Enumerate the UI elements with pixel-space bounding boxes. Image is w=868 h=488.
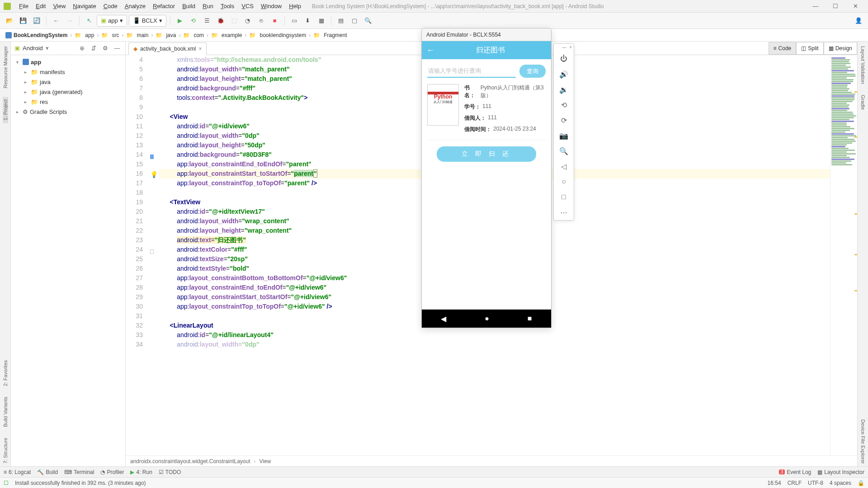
emu-overview-icon[interactable]: □ — [554, 189, 574, 205]
menu-build[interactable]: Build — [179, 2, 199, 10]
layout-icon[interactable]: ▤ — [335, 15, 347, 27]
breadcrumb-item[interactable]: View — [259, 458, 271, 465]
menu-refactor[interactable]: Refactor — [149, 2, 179, 10]
tool-build[interactable]: 🔨Build — [37, 469, 58, 475]
nav-recent-icon[interactable]: ■ — [528, 314, 532, 323]
minimize-button[interactable]: — — [807, 3, 825, 9]
menu-help[interactable]: Help — [285, 2, 305, 10]
apply-changes-icon[interactable]: ⟲ — [188, 15, 199, 27]
breadcrumb-item[interactable]: 📁booklendingsystem — [247, 32, 308, 38]
tree-node[interactable]: ▸📁 res — [11, 97, 125, 107]
open-icon[interactable]: 📂 — [4, 15, 15, 27]
rail-build-variants[interactable]: Build Variants — [3, 394, 8, 430]
maximize-button[interactable]: ☐ — [826, 3, 844, 9]
run-icon[interactable]: ▶ — [174, 15, 186, 27]
tree-node[interactable]: ▾ app — [11, 57, 125, 67]
debug-icon[interactable]: ☰ — [201, 15, 213, 27]
stop-icon[interactable]: ■ — [269, 15, 281, 27]
emu-home-icon[interactable]: ○ — [554, 174, 574, 189]
menu-analyze[interactable]: Analyze — [121, 2, 149, 10]
status-line-ending[interactable]: CRLF — [788, 480, 802, 486]
device-selector[interactable]: 📱 BCLX ▾ — [129, 15, 166, 27]
rail-structure[interactable]: 7: Structure — [3, 435, 8, 466]
emu-back-icon[interactable]: ◁ — [554, 159, 574, 174]
sdk-icon[interactable]: ⬇ — [302, 15, 314, 27]
save-icon[interactable]: 💾 — [17, 15, 29, 27]
project-view-label[interactable]: Android — [23, 45, 43, 52]
tree-node[interactable]: ▸⚙ Gradle Scripts — [11, 107, 125, 117]
tab-split[interactable]: ◫Split — [796, 42, 823, 55]
search-button[interactable]: 查询 — [519, 65, 546, 78]
menu-navigate[interactable]: Navigate — [69, 2, 99, 10]
menu-code[interactable]: Code — [100, 2, 121, 10]
tree-node[interactable]: ▸📁 java (generated) — [11, 87, 125, 97]
profile-icon[interactable]: ◔ — [242, 15, 254, 27]
emulator-screen[interactable]: ← 归还图书 查询 Python 从入门到精通 书名：Python从入门到精通（… — [422, 41, 551, 328]
tool-todo[interactable]: ☑TODO — [159, 469, 181, 475]
return-book-button[interactable]: 立 即 归 还 — [437, 146, 536, 162]
hide-icon[interactable]: — — [113, 45, 122, 52]
status-encoding[interactable]: UTF-8 — [808, 480, 823, 486]
minimap[interactable] — [830, 55, 857, 455]
attach-icon[interactable]: ⎋ — [255, 15, 267, 27]
volume-up-icon[interactable]: 🔊 — [554, 66, 574, 82]
rail-layout-validation[interactable]: Layout Validation — [860, 43, 866, 87]
emulator-icon[interactable]: ▢ — [349, 15, 360, 27]
emu-minimize-icon[interactable]: — — [562, 45, 566, 50]
menu-view[interactable]: View — [49, 2, 69, 10]
rail-resource-manager[interactable]: Resource Manager — [3, 43, 8, 91]
tool-profiler[interactable]: ◔Profiler — [100, 469, 124, 475]
breadcrumb-item[interactable]: BookLendingSystem — [4, 32, 69, 38]
breadcrumb-item[interactable]: 📁main — [124, 32, 150, 38]
collapse-icon[interactable]: ⇵ — [89, 45, 98, 52]
menu-edit[interactable]: Edit — [32, 2, 49, 10]
avd-icon[interactable]: ▭ — [288, 15, 300, 27]
tool-event-log[interactable]: 3Event Log — [779, 469, 811, 475]
tool-logcat[interactable]: ≡6: Logcat — [4, 469, 31, 475]
rail-favorites[interactable]: 2: Favorites — [3, 357, 8, 389]
coverage-icon[interactable]: ⬚ — [228, 15, 240, 27]
breadcrumb-item[interactable]: 📁app — [73, 32, 96, 38]
pointer-icon[interactable]: ↖ — [83, 15, 95, 27]
search-icon[interactable]: 🔍 — [362, 15, 374, 27]
run-config-selector[interactable]: ▣ app ▾ — [97, 15, 127, 27]
back-arrow-icon[interactable]: ← — [426, 46, 434, 55]
emu-close-icon[interactable]: × — [569, 45, 572, 50]
tool-run[interactable]: ▶4: Run — [130, 469, 152, 475]
rotate-left-icon[interactable]: ⟲ — [554, 97, 574, 113]
rail-project[interactable]: 1: Project — [3, 97, 8, 123]
gear-icon[interactable]: ⚙ — [101, 45, 110, 52]
back-icon[interactable]: ← — [50, 15, 62, 27]
user-icon[interactable]: 👤 — [853, 15, 864, 27]
menu-window[interactable]: Window — [257, 2, 285, 10]
bug-icon[interactable]: 🐞 — [215, 15, 226, 27]
tree-node[interactable]: ▸📁 manifests — [11, 67, 125, 77]
emulator-title[interactable]: Android Emulator - BCLX:5554 — [422, 28, 551, 41]
tree-node[interactable]: ▸📁 java — [11, 77, 125, 87]
tool-layout-inspector[interactable]: ▦Layout Inspector — [817, 469, 864, 475]
breadcrumb-item[interactable]: 📁com — [181, 32, 206, 38]
rail-device-explorer[interactable]: Device File Explorer — [860, 417, 866, 466]
power-icon[interactable]: ⏻ — [554, 51, 574, 66]
close-button[interactable]: ✕ — [846, 3, 864, 9]
tab-design[interactable]: ▦Design — [824, 42, 857, 55]
sync-icon[interactable]: 🔄 — [31, 15, 42, 27]
resource-icon[interactable]: ▦ — [316, 15, 327, 27]
volume-down-icon[interactable]: 🔉 — [554, 82, 574, 97]
tool-terminal[interactable]: ⌨Terminal — [64, 469, 94, 475]
menu-file[interactable]: File — [15, 2, 32, 10]
zoom-icon[interactable]: 🔍 — [554, 143, 574, 159]
camera-icon[interactable]: 📷 — [554, 128, 574, 143]
breadcrumb-item[interactable]: 📁Fragment — [311, 32, 349, 38]
file-tab[interactable]: ◆ activity_back_book.xml × — [128, 42, 207, 55]
status-indent[interactable]: 4 spaces — [830, 480, 851, 486]
rotate-right-icon[interactable]: ⟳ — [554, 113, 574, 128]
menu-tools[interactable]: Tools — [217, 2, 238, 10]
close-tab-icon[interactable]: × — [198, 46, 202, 52]
breadcrumb-item[interactable]: 📁src — [99, 32, 121, 38]
menu-run[interactable]: Run — [199, 2, 217, 10]
nav-home-icon[interactable]: ● — [485, 314, 489, 323]
breadcrumb-item[interactable]: 📁example — [209, 32, 244, 38]
search-input[interactable] — [427, 65, 516, 78]
target-icon[interactable]: ⊕ — [77, 45, 86, 52]
